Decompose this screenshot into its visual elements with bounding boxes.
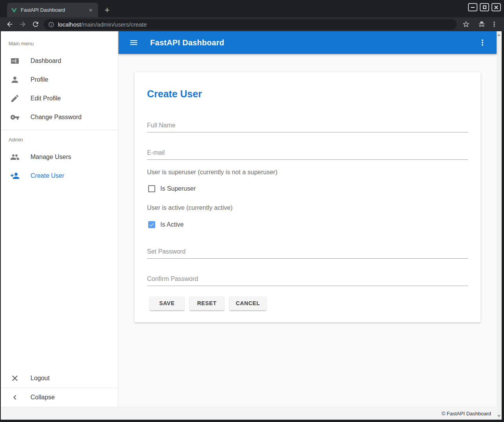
sidebar-item-label: Create User (30, 172, 64, 179)
window-controls (468, 3, 501, 11)
save-button[interactable]: SAVE (150, 296, 184, 310)
email-input[interactable] (147, 149, 468, 156)
confirm-password-input[interactable] (147, 275, 468, 283)
sidebar-item-collapse[interactable]: Collapse (1, 388, 118, 407)
url-bar[interactable]: localhost/main/admin/users/create (44, 19, 457, 30)
close-icon (494, 5, 498, 9)
window-maximize-button[interactable] (480, 3, 489, 11)
sidebar: Main menu Dashboard Profile E (1, 31, 118, 407)
sidebar-item-label: Edit Profile (30, 95, 61, 102)
superuser-checkbox-label: Is Superuser (160, 185, 196, 192)
form-actions: SAVE RESET CANCEL (147, 296, 468, 310)
page-scrollbar[interactable] (497, 31, 502, 420)
scroll-up-icon[interactable] (497, 34, 500, 36)
sidebar-item-label: Collapse (30, 394, 55, 401)
sidebar-item-label: Logout (30, 375, 50, 382)
sidebar-item-manage-users[interactable]: Manage Users (1, 148, 118, 166)
sidebar-item-label: Dashboard (30, 57, 61, 64)
chevron-left-icon (10, 393, 20, 402)
set-password-input[interactable] (147, 248, 468, 255)
app-title: FastAPI Dashboard (150, 38, 224, 47)
active-checkbox-row: Is Active (147, 221, 468, 228)
page-content: Main menu Dashboard Profile E (1, 31, 502, 420)
person-add-icon (10, 171, 20, 181)
person-icon (10, 75, 20, 84)
check-icon (149, 222, 154, 227)
tab-close-icon[interactable]: × (87, 7, 94, 14)
sidebar-item-label: Change Password (30, 114, 82, 121)
incognito-icon (478, 20, 486, 28)
active-checkbox-label: Is Active (160, 221, 184, 228)
url-host: localhost (58, 21, 81, 28)
pencil-icon (10, 94, 20, 103)
sidebar-section-admin: Admin (1, 130, 118, 148)
sidebar-section-main-menu: Main menu (1, 31, 118, 52)
sidebar-item-change-password[interactable]: Change Password (1, 108, 118, 127)
window-close-button[interactable] (491, 3, 501, 11)
create-user-card: Create User User is superuser (currently… (135, 72, 481, 322)
dashboard-icon (10, 56, 20, 66)
set-password-field (147, 248, 468, 259)
browser-tab[interactable]: FastAPI Dashboard × (7, 3, 98, 17)
sidebar-item-logout[interactable]: Logout (1, 369, 118, 388)
sidebar-item-dashboard[interactable]: Dashboard (1, 52, 118, 70)
people-icon (10, 152, 20, 162)
bookmark-star-icon[interactable] (462, 20, 470, 28)
page-title: Create User (147, 72, 468, 100)
browser-window: FastAPI Dashboard × + localhost/main/adm… (0, 0, 504, 422)
confirm-password-field (147, 275, 468, 286)
key-icon (10, 113, 20, 122)
site-info-icon[interactable] (48, 21, 54, 28)
main-area: FastAPI Dashboard Create User User is su… (118, 31, 497, 407)
minimize-icon (471, 7, 475, 8)
tab-title: FastAPI Dashboard (21, 7, 87, 13)
page-footer: © FastAPI Dashboard (1, 407, 497, 420)
sidebar-item-profile[interactable]: Profile (1, 70, 118, 89)
window-minimize-button[interactable] (468, 3, 477, 11)
scroll-down-icon[interactable] (497, 415, 500, 417)
browser-menu-kebab-icon[interactable] (490, 20, 498, 28)
sidebar-item-label: Manage Users (30, 154, 71, 161)
reload-icon[interactable] (32, 20, 39, 28)
app-bar: FastAPI Dashboard (118, 31, 497, 54)
full-name-field (147, 122, 468, 132)
sidebar-item-label: Profile (30, 76, 48, 83)
active-checkbox[interactable] (148, 221, 155, 228)
superuser-hint: User is superuser (currently is not a su… (147, 169, 468, 176)
email-field (147, 149, 468, 160)
back-icon[interactable] (6, 20, 14, 28)
copyright-text: © FastAPI Dashboard (441, 411, 491, 417)
superuser-checkbox-row: Is Superuser (147, 185, 468, 192)
superuser-checkbox[interactable] (148, 185, 155, 192)
url-path: /main/admin/users/create (81, 21, 147, 28)
browser-tab-bar: FastAPI Dashboard × + (0, 0, 504, 17)
full-name-input[interactable] (147, 122, 468, 129)
close-x-icon (10, 374, 20, 383)
reset-button[interactable]: RESET (190, 296, 224, 310)
vue-logo-icon (11, 7, 17, 13)
app-menu-kebab-icon[interactable] (478, 38, 487, 47)
sidebar-item-edit-profile[interactable]: Edit Profile (1, 89, 118, 108)
forward-icon[interactable] (19, 20, 27, 28)
new-tab-button[interactable]: + (102, 5, 112, 15)
sidebar-item-create-user[interactable]: Create User (1, 166, 118, 185)
hamburger-menu-icon[interactable] (129, 38, 138, 47)
browser-toolbar: localhost/main/admin/users/create (0, 17, 504, 31)
maximize-icon (483, 5, 486, 9)
cancel-button[interactable]: CANCEL (230, 296, 266, 310)
active-hint: User is active (currently active) (147, 204, 468, 211)
sidebar-spacer (1, 185, 118, 369)
